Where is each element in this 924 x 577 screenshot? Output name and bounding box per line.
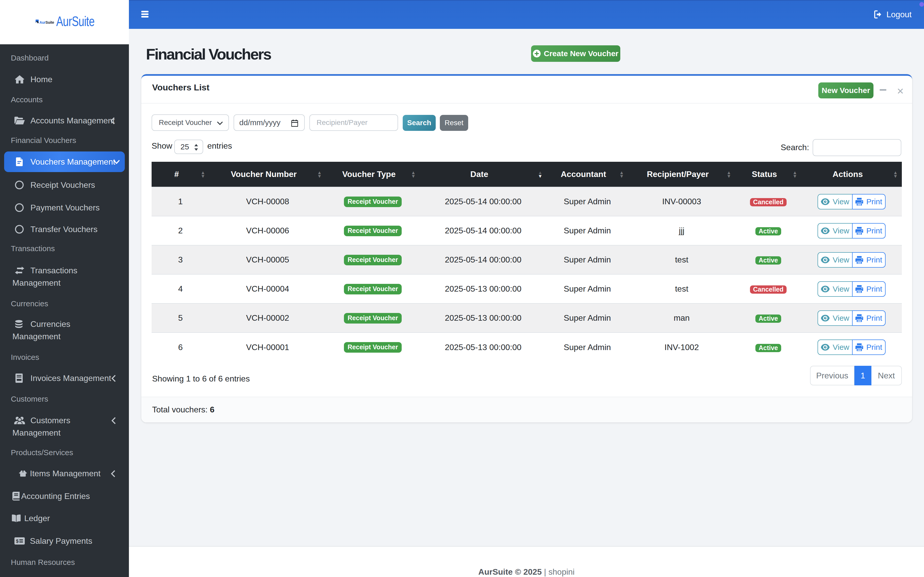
svg-text:$: $	[16, 538, 19, 544]
